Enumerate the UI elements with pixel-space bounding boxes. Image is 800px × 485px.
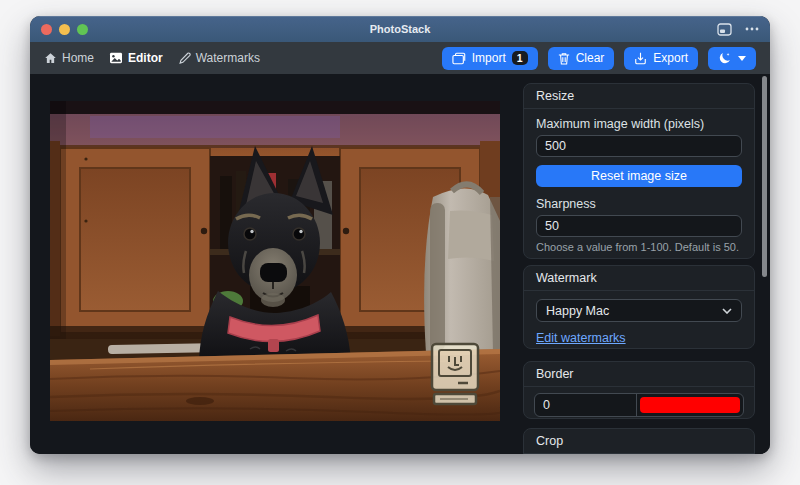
- app-window: PhotoStack Home Editor Watermarks: [30, 16, 770, 454]
- crop-card: Crop: [523, 428, 755, 454]
- clear-button[interactable]: Clear: [548, 47, 615, 70]
- import-button[interactable]: Import 1: [442, 47, 538, 70]
- watermark-selected-value: Happy Mac: [546, 304, 609, 318]
- image-icon: [109, 52, 123, 64]
- panel-scrollbar[interactable]: [762, 76, 767, 277]
- content-area: Resize Maximum image width (pixels) Rese…: [30, 74, 770, 454]
- minimize-button[interactable]: [59, 24, 70, 35]
- sharpness-input[interactable]: [536, 215, 742, 237]
- border-width-input[interactable]: [535, 394, 636, 416]
- divider: [636, 394, 637, 416]
- export-icon: [634, 52, 647, 65]
- titlebar: PhotoStack: [30, 16, 770, 42]
- nav-item-home[interactable]: Home: [44, 51, 94, 65]
- reset-image-size-button[interactable]: Reset image size: [536, 165, 742, 187]
- max-width-label: Maximum image width (pixels): [536, 117, 742, 131]
- chevron-down-icon: [722, 308, 732, 314]
- pencil-icon: [178, 52, 191, 65]
- border-input-group: [534, 393, 744, 417]
- window-title: PhotoStack: [30, 23, 770, 35]
- nav-item-editor[interactable]: Editor: [109, 51, 163, 65]
- watermark-card: Watermark Happy Mac Edit watermarks: [523, 265, 755, 349]
- caret-down-icon: [738, 56, 746, 61]
- theme-toggle-button[interactable]: [708, 47, 756, 70]
- export-button[interactable]: Export: [624, 47, 698, 70]
- close-button[interactable]: [41, 24, 52, 35]
- resize-card-title: Resize: [524, 84, 754, 109]
- watermark-select[interactable]: Happy Mac: [536, 299, 742, 322]
- border-color-picker[interactable]: [640, 397, 740, 413]
- image-preview: [50, 101, 500, 421]
- navbar: Home Editor Watermarks Import 1 Clear Ex…: [30, 42, 770, 74]
- backpack: [424, 184, 500, 353]
- home-icon: [44, 52, 57, 65]
- images-icon: [452, 52, 466, 65]
- border-card: Border: [523, 361, 755, 419]
- max-width-input[interactable]: [536, 135, 742, 157]
- nav-item-watermarks[interactable]: Watermarks: [178, 51, 260, 65]
- trash-icon: [558, 52, 570, 65]
- zoom-button[interactable]: [77, 24, 88, 35]
- import-count-badge: 1: [512, 51, 528, 65]
- watermark-card-title: Watermark: [524, 266, 754, 291]
- resize-card: Resize Maximum image width (pixels) Rese…: [523, 83, 755, 259]
- edit-watermarks-link[interactable]: Edit watermarks: [536, 331, 626, 345]
- picture-in-picture-icon[interactable]: [717, 23, 732, 36]
- more-menu-icon[interactable]: [745, 27, 759, 31]
- border-card-title: Border: [524, 362, 754, 387]
- watermark-happy-mac-icon: [432, 344, 478, 404]
- sharpness-help-text: Choose a value from 1-100. Default is 50…: [536, 241, 742, 254]
- traffic-lights: [41, 24, 88, 35]
- crop-card-title: Crop: [524, 429, 754, 454]
- moon-stars-icon: [718, 51, 732, 65]
- sharpness-label: Sharpness: [536, 197, 742, 211]
